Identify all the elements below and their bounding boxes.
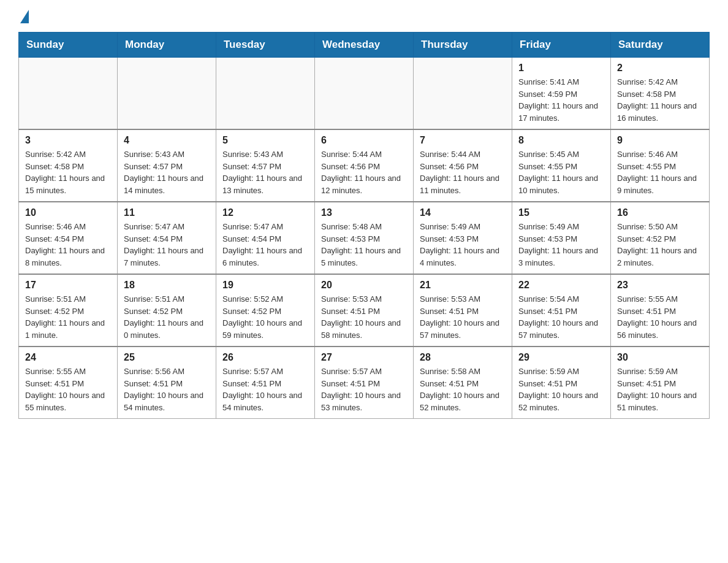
day-info: Sunrise: 5:55 AM Sunset: 4:51 PM Dayligh… (617, 293, 703, 341)
day-info: Sunrise: 5:44 AM Sunset: 4:56 PM Dayligh… (420, 148, 506, 196)
day-info: Sunrise: 5:48 AM Sunset: 4:53 PM Dayligh… (321, 221, 407, 269)
calendar-cell (118, 58, 216, 130)
calendar-cell: 19Sunrise: 5:52 AM Sunset: 4:52 PM Dayli… (216, 274, 315, 347)
day-number: 26 (222, 352, 308, 363)
day-info: Sunrise: 5:51 AM Sunset: 4:52 PM Dayligh… (25, 293, 111, 341)
day-info: Sunrise: 5:41 AM Sunset: 4:59 PM Dayligh… (518, 76, 604, 124)
calendar-cell: 17Sunrise: 5:51 AM Sunset: 4:52 PM Dayli… (19, 274, 118, 347)
day-number: 8 (518, 135, 604, 146)
calendar-cell: 5Sunrise: 5:43 AM Sunset: 4:57 PM Daylig… (216, 129, 315, 202)
day-number: 11 (124, 207, 210, 218)
calendar-cell: 15Sunrise: 5:49 AM Sunset: 4:53 PM Dayli… (512, 202, 611, 274)
calendar-cell: 6Sunrise: 5:44 AM Sunset: 4:56 PM Daylig… (315, 129, 414, 202)
day-info: Sunrise: 5:59 AM Sunset: 4:51 PM Dayligh… (617, 366, 703, 413)
calendar-cell (19, 58, 118, 130)
day-info: Sunrise: 5:53 AM Sunset: 4:51 PM Dayligh… (321, 293, 407, 341)
day-info: Sunrise: 5:50 AM Sunset: 4:52 PM Dayligh… (617, 221, 703, 269)
calendar-cell: 28Sunrise: 5:58 AM Sunset: 4:51 PM Dayli… (414, 347, 512, 419)
day-number: 6 (321, 135, 407, 146)
calendar-week-row: 24Sunrise: 5:55 AM Sunset: 4:51 PM Dayli… (19, 347, 710, 419)
day-info: Sunrise: 5:59 AM Sunset: 4:51 PM Dayligh… (518, 366, 604, 413)
logo (18, 12, 29, 20)
day-of-week-header: Wednesday (315, 33, 414, 58)
day-info: Sunrise: 5:57 AM Sunset: 4:51 PM Dayligh… (222, 366, 308, 413)
day-info: Sunrise: 5:44 AM Sunset: 4:56 PM Dayligh… (321, 148, 407, 196)
day-number: 18 (124, 280, 210, 291)
calendar-cell: 20Sunrise: 5:53 AM Sunset: 4:51 PM Dayli… (315, 274, 414, 347)
day-number: 7 (420, 135, 506, 146)
calendar-cell: 8Sunrise: 5:45 AM Sunset: 4:55 PM Daylig… (512, 129, 611, 202)
calendar-cell (216, 58, 315, 130)
day-number: 29 (518, 352, 604, 363)
day-of-week-header: Friday (512, 33, 611, 58)
day-info: Sunrise: 5:47 AM Sunset: 4:54 PM Dayligh… (124, 221, 210, 269)
calendar-cell: 23Sunrise: 5:55 AM Sunset: 4:51 PM Dayli… (611, 274, 710, 347)
day-of-week-header: Tuesday (216, 33, 315, 58)
day-info: Sunrise: 5:43 AM Sunset: 4:57 PM Dayligh… (124, 148, 210, 196)
calendar-week-row: 3Sunrise: 5:42 AM Sunset: 4:58 PM Daylig… (19, 129, 710, 202)
day-info: Sunrise: 5:42 AM Sunset: 4:58 PM Dayligh… (25, 148, 111, 196)
calendar-cell: 25Sunrise: 5:56 AM Sunset: 4:51 PM Dayli… (118, 347, 216, 419)
calendar-cell: 4Sunrise: 5:43 AM Sunset: 4:57 PM Daylig… (118, 129, 216, 202)
day-number: 1 (518, 63, 604, 74)
day-number: 21 (420, 280, 506, 291)
calendar-cell: 14Sunrise: 5:49 AM Sunset: 4:53 PM Dayli… (414, 202, 512, 274)
day-number: 3 (25, 135, 111, 146)
calendar-cell: 1Sunrise: 5:41 AM Sunset: 4:59 PM Daylig… (512, 58, 611, 130)
calendar-week-row: 10Sunrise: 5:46 AM Sunset: 4:54 PM Dayli… (19, 202, 710, 274)
day-info: Sunrise: 5:47 AM Sunset: 4:54 PM Dayligh… (222, 221, 308, 269)
calendar-cell: 29Sunrise: 5:59 AM Sunset: 4:51 PM Dayli… (512, 347, 611, 419)
day-number: 30 (617, 352, 703, 363)
day-number: 19 (222, 280, 308, 291)
day-of-week-header: Saturday (611, 33, 710, 58)
day-number: 16 (617, 207, 703, 218)
day-info: Sunrise: 5:57 AM Sunset: 4:51 PM Dayligh… (321, 366, 407, 413)
day-info: Sunrise: 5:46 AM Sunset: 4:54 PM Dayligh… (25, 221, 111, 269)
header (18, 12, 710, 20)
day-of-week-header: Thursday (414, 33, 512, 58)
calendar-cell: 11Sunrise: 5:47 AM Sunset: 4:54 PM Dayli… (118, 202, 216, 274)
day-number: 27 (321, 352, 407, 363)
day-info: Sunrise: 5:54 AM Sunset: 4:51 PM Dayligh… (518, 293, 604, 341)
day-number: 4 (124, 135, 210, 146)
day-number: 28 (420, 352, 506, 363)
day-number: 17 (25, 280, 111, 291)
day-number: 14 (420, 207, 506, 218)
day-number: 15 (518, 207, 604, 218)
day-number: 24 (25, 352, 111, 363)
calendar-header-row: SundayMondayTuesdayWednesdayThursdayFrid… (19, 33, 710, 58)
day-of-week-header: Sunday (19, 33, 118, 58)
calendar-week-row: 17Sunrise: 5:51 AM Sunset: 4:52 PM Dayli… (19, 274, 710, 347)
day-info: Sunrise: 5:42 AM Sunset: 4:58 PM Dayligh… (617, 76, 703, 124)
day-number: 20 (321, 280, 407, 291)
day-info: Sunrise: 5:51 AM Sunset: 4:52 PM Dayligh… (124, 293, 210, 341)
day-number: 22 (518, 280, 604, 291)
calendar-cell: 12Sunrise: 5:47 AM Sunset: 4:54 PM Dayli… (216, 202, 315, 274)
day-info: Sunrise: 5:45 AM Sunset: 4:55 PM Dayligh… (518, 148, 604, 196)
day-number: 13 (321, 207, 407, 218)
calendar-cell: 27Sunrise: 5:57 AM Sunset: 4:51 PM Dayli… (315, 347, 414, 419)
calendar-cell: 10Sunrise: 5:46 AM Sunset: 4:54 PM Dayli… (19, 202, 118, 274)
day-info: Sunrise: 5:53 AM Sunset: 4:51 PM Dayligh… (420, 293, 506, 341)
logo-general-text (18, 12, 29, 23)
day-info: Sunrise: 5:52 AM Sunset: 4:52 PM Dayligh… (222, 293, 308, 341)
calendar-cell: 18Sunrise: 5:51 AM Sunset: 4:52 PM Dayli… (118, 274, 216, 347)
calendar-cell: 21Sunrise: 5:53 AM Sunset: 4:51 PM Dayli… (414, 274, 512, 347)
calendar-cell: 26Sunrise: 5:57 AM Sunset: 4:51 PM Dayli… (216, 347, 315, 419)
day-info: Sunrise: 5:56 AM Sunset: 4:51 PM Dayligh… (124, 366, 210, 413)
logo-triangle-icon (20, 10, 29, 23)
day-info: Sunrise: 5:49 AM Sunset: 4:53 PM Dayligh… (420, 221, 506, 269)
day-number: 10 (25, 207, 111, 218)
day-info: Sunrise: 5:49 AM Sunset: 4:53 PM Dayligh… (518, 221, 604, 269)
day-of-week-header: Monday (118, 33, 216, 58)
day-number: 12 (222, 207, 308, 218)
calendar-cell (414, 58, 512, 130)
calendar-cell: 22Sunrise: 5:54 AM Sunset: 4:51 PM Dayli… (512, 274, 611, 347)
calendar-cell: 13Sunrise: 5:48 AM Sunset: 4:53 PM Dayli… (315, 202, 414, 274)
day-number: 25 (124, 352, 210, 363)
calendar-cell (315, 58, 414, 130)
calendar-cell: 2Sunrise: 5:42 AM Sunset: 4:58 PM Daylig… (611, 58, 710, 130)
calendar-cell: 24Sunrise: 5:55 AM Sunset: 4:51 PM Dayli… (19, 347, 118, 419)
calendar-cell: 7Sunrise: 5:44 AM Sunset: 4:56 PM Daylig… (414, 129, 512, 202)
day-info: Sunrise: 5:55 AM Sunset: 4:51 PM Dayligh… (25, 366, 111, 413)
